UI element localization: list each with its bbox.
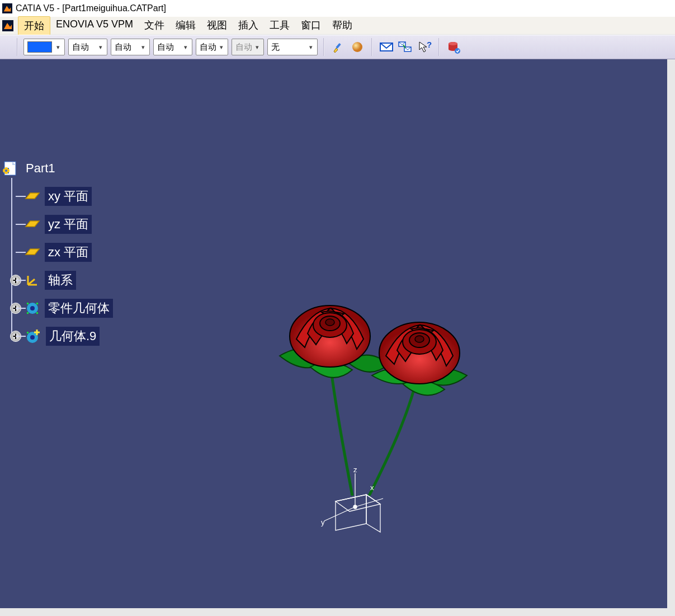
svg-point-31 [325,319,334,326]
svg-point-13 [5,170,7,172]
menu-工具[interactable]: 工具 [264,16,295,35]
chevron-down-icon: ▾ [306,44,316,51]
chevron-down-icon: ▾ [96,44,106,51]
tree-item-零件几何体[interactable]: +零件几何体 [7,294,113,322]
svg-point-25 [30,335,35,340]
tree-item-label[interactable]: 零件几何体 [45,299,113,318]
tree-item-label[interactable]: xy 平面 [45,187,92,206]
toolbar-combo-2[interactable]: 自动▾ [111,39,150,55]
axis-y-label: y [321,518,325,526]
toolbar-combo-0[interactable]: ▾ [23,39,65,55]
tree-item-yz 平面[interactable]: yz 平面 [7,210,113,238]
svg-rect-26 [27,332,29,333]
combo-value: 自动 [72,42,96,53]
tree-item-xy 平面[interactable]: xy 平面 [7,182,113,210]
plane-icon [25,247,40,258]
svg-rect-14 [3,168,4,169]
body-icon [25,300,40,316]
svg-rect-20 [27,303,29,304]
tree-item-label[interactable]: yz 平面 [45,215,92,234]
toolbar-separator [438,38,440,56]
compass-gizmo[interactable]: z x y [313,468,397,548]
menu-视图[interactable]: 视图 [201,16,233,35]
tree-item-zx 平面[interactable]: zx 平面 [7,238,113,266]
menu-开始[interactable]: 开始 [18,16,50,35]
axis-x-label: x [370,483,374,492]
menu-编辑[interactable]: 编辑 [170,16,201,35]
svg-point-19 [30,306,35,311]
svg-point-36 [353,505,357,509]
title-bar: CATIA V5 - [Part1meiguihua.CATPart] [0,0,675,17]
tree-root[interactable]: Part1 [2,154,113,182]
combo-value: 自动 [115,42,138,53]
svg-point-3 [352,42,362,52]
svg-rect-15 [8,168,9,169]
mail-icon[interactable] [378,39,395,55]
cursor-help-icon[interactable]: ? [416,39,433,55]
chevron-down-icon: ▾ [138,44,148,51]
svg-point-9 [449,42,457,45]
toolbar-combo-5: 自动▾ [232,39,264,55]
toolbar-combo-1[interactable]: 自动▾ [68,39,107,55]
chevron-down-icon: ▾ [216,44,226,51]
database-icon[interactable] [445,39,462,55]
toolbar-combo-4[interactable]: 自动▾ [196,39,228,55]
combo-value: 无 [271,42,306,53]
mail-multiple-icon[interactable] [397,39,414,55]
toolbar-separator [17,38,18,56]
toolbar-separator [323,38,324,56]
window-title: CATIA V5 - [Part1meiguihua.CATPart] [16,3,166,13]
toolbar-combo-6[interactable]: 无▾ [267,39,318,55]
3d-viewport[interactable]: Part1 xy 平面yz 平面zx 平面+轴系+零件几何体+几何体.9 [0,59,667,608]
combo-value: 自动 [157,42,181,53]
chevron-down-icon: ▾ [53,44,63,51]
sphere-icon[interactable] [349,39,366,55]
svg-rect-17 [8,172,9,173]
menu-窗口[interactable]: 窗口 [295,16,327,35]
combo-value: 自动 [235,42,252,53]
tree-item-label[interactable]: 几何体.9 [46,327,100,346]
app-icon [2,3,12,13]
rose-model[interactable] [257,250,492,497]
menu-ENOVIA V5 VPM[interactable]: ENOVIA V5 VPM [50,16,139,35]
menu-bar: 开始ENOVIA V5 VPM文件编辑视图插入工具窗口帮助 [0,17,675,35]
svg-rect-22 [27,312,29,314]
menu-帮助[interactable]: 帮助 [327,16,358,35]
tree-item-几何体.9[interactable]: +几何体.9 [7,322,113,350]
viewport-container: Part1 xy 平面yz 平面zx 平面+轴系+零件几何体+几何体.9 [0,59,675,616]
spec-tree[interactable]: Part1 xy 平面yz 平面zx 平面+轴系+零件几何体+几何体.9 [2,154,113,350]
toolbar: ▾自动▾自动▾自动▾自动▾自动▾无▾ ? [0,35,675,59]
toolbar-separator [371,38,372,56]
axis-icon [25,272,40,288]
menu-文件[interactable]: 文件 [139,16,170,35]
tree-root-label[interactable]: Part1 [22,160,59,177]
svg-rect-23 [36,312,38,314]
app-icon-small [2,20,13,31]
svg-point-35 [415,336,424,342]
part-icon [2,161,18,176]
chevron-down-icon: ▾ [252,44,262,51]
svg-rect-2 [336,43,341,49]
chevron-down-icon: ▾ [181,44,191,51]
toolbar-combo-3[interactable]: 自动▾ [153,39,192,55]
tree-item-轴系[interactable]: +轴系 [7,266,113,294]
plane-icon [25,219,40,230]
body-new-icon [25,328,41,344]
menu-插入[interactable]: 插入 [233,16,264,35]
combo-value: 自动 [200,42,216,53]
tree-item-label[interactable]: 轴系 [45,271,76,290]
axis-z-label: z [353,468,357,474]
tree-item-label[interactable]: zx 平面 [45,243,92,262]
svg-point-10 [455,48,460,54]
svg-text:?: ? [427,40,432,49]
svg-rect-21 [36,303,38,304]
svg-rect-16 [3,172,4,173]
color-swatch [27,41,52,53]
plane-icon [25,191,40,202]
paint-brush-icon[interactable] [330,39,347,55]
